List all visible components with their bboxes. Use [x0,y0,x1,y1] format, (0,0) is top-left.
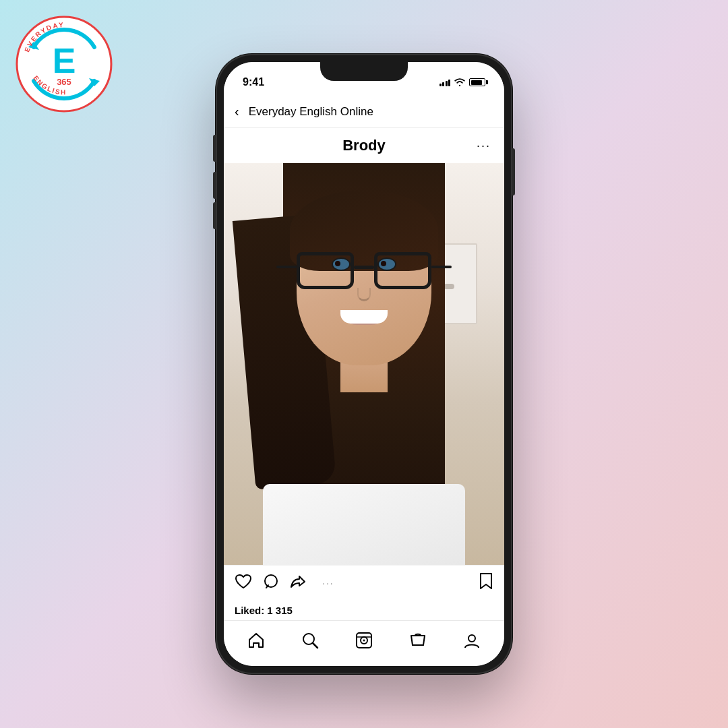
bottom-nav [224,620,504,666]
nav-header: ‹ Everyday English Online [224,96,504,128]
glasses-right-frame [374,252,431,289]
more-options-button[interactable]: ··· [477,139,491,153]
nav-shop-button[interactable] [401,627,435,654]
bookmark-button[interactable] [479,572,493,594]
nav-reels-button[interactable] [347,627,381,654]
nav-profile-button[interactable] [455,627,489,654]
status-bar: 9:41 [224,62,504,96]
likes-count: Liked: 1 315 [235,605,293,616]
svg-point-14 [468,635,475,642]
nav-search-button[interactable] [293,627,327,654]
phone-screen: 9:41 ‹ Everyday English Online [224,62,504,666]
svg-point-7 [265,575,277,587]
glasses-bridge [354,266,374,269]
glasses [297,252,431,299]
likes-bar: Liked: 1 315 [224,600,504,620]
share-button[interactable] [290,574,306,593]
glasses-arm-right [431,266,452,268]
phone-frame: 9:41 ‹ Everyday English Online [216,54,512,674]
profile-header: Brody ··· [224,128,504,163]
svg-point-12 [363,639,365,641]
like-button[interactable] [235,574,252,593]
status-time: 9:41 [243,76,264,88]
notch [320,62,408,81]
comment-button[interactable] [263,574,279,593]
more-dots[interactable]: ··· [322,578,334,588]
battery-icon [469,78,485,86]
nav-home-button[interactable] [239,627,273,654]
nav-title: Everyday English Online [249,105,493,119]
glasses-arm-left [276,266,297,268]
teeth [340,310,388,324]
glasses-left-frame [297,252,354,289]
signal-icon [439,78,451,86]
action-icons-left: ··· [235,574,479,593]
profile-name: Brody [342,137,386,154]
svg-line-9 [313,643,317,648]
post-actions-bar: ··· [224,565,504,600]
door-handle-decoration [444,284,454,289]
logo-container: E 365 EVERYDAY ENGLISH [13,13,115,115]
back-button[interactable]: ‹ [235,104,239,119]
shirt [263,484,465,565]
wifi-icon [454,78,466,87]
status-icons [439,78,486,87]
svg-text:365: 365 [57,77,71,87]
svg-text:E: E [53,41,76,80]
post-image [224,163,504,565]
